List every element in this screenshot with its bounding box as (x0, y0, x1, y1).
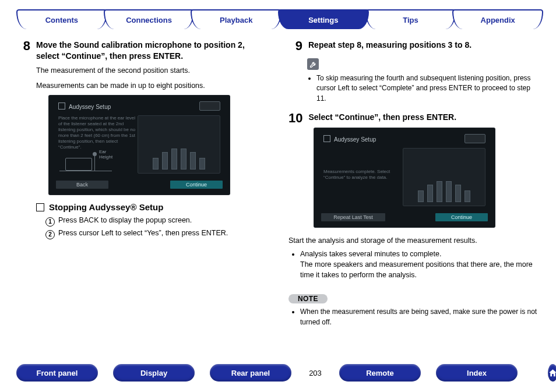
shot8-continue-button: Continue (170, 181, 223, 189)
step-9-tip-text: To skip measuring the fourth and subsequ… (316, 73, 540, 104)
wrench-icon (307, 58, 319, 70)
stopping-title: Stopping Audyssey® Setup (49, 203, 163, 211)
step-8-body-2: Measurements can be made in up to eight … (36, 80, 268, 91)
analysis-lead: Start the analysis and storage of the me… (288, 235, 540, 246)
shot10-brand-logo (464, 134, 485, 143)
shot10-instructions: Measurements complete. Select “Continue”… (323, 169, 402, 181)
step-9-tip-list: To skip measuring the fourth and subsequ… (307, 73, 540, 104)
top-tabs: Contents Connections Playback Settings T… (16, 9, 540, 29)
shot10-title: Audyssey Setup (323, 135, 376, 143)
step-8-heading: Move the Sound calibration microphone to… (36, 40, 268, 62)
note-bullet: When the measurement results are being s… (300, 307, 540, 327)
tab-contents[interactable]: Contents (16, 9, 107, 29)
shot10-right-panel (403, 148, 485, 206)
page-number: 203 (307, 369, 324, 377)
note-list: When the measurement results are being s… (291, 307, 540, 327)
nav-display[interactable]: Display (113, 364, 195, 382)
enum-2-badge: 2 (45, 230, 55, 239)
shot8-right-panel (138, 115, 220, 174)
stopping-item-1: 1Press BACK to display the popup screen. (45, 215, 268, 227)
analysis-list: Analysis takes several minutes to comple… (291, 249, 540, 280)
shot8-brand-logo (199, 101, 220, 111)
tab-connections[interactable]: Connections (104, 9, 195, 29)
home-icon[interactable] (548, 364, 556, 382)
checkbox-icon (36, 203, 44, 211)
shot10-repeat-button: Repeat Last Test (321, 213, 385, 221)
nav-index[interactable]: Index (436, 364, 518, 382)
analysis-bullet-line1: Analysis takes several minutes to comple… (300, 250, 441, 258)
nav-front-panel[interactable]: Front panel (16, 364, 98, 382)
nav-rear-panel[interactable]: Rear panel (210, 364, 291, 382)
left-column: 8 Move the Sound calibration microphone … (16, 40, 268, 336)
step-10-heading: Select “Continue”, then press ENTER. (308, 112, 456, 125)
step-9-number: 9 (288, 40, 302, 52)
analysis-bullet: Analysis takes several minutes to comple… (300, 249, 540, 280)
stopping-item-2: 2Press cursor Left to select “Yes”, then… (45, 228, 268, 239)
tab-settings[interactable]: Settings (278, 9, 369, 29)
enum-1-badge: 1 (45, 217, 55, 227)
shot8-title: Audyssey Setup (58, 103, 111, 111)
step-8-number: 8 (16, 40, 30, 62)
shot8-ear-label: Ear Height (99, 149, 112, 160)
shot8-back-button: Back (56, 181, 108, 189)
enum-2-text: Press cursor Left to select “Yes”, then … (58, 229, 228, 237)
bottom-nav: Front panel Display Rear panel 203 Remot… (16, 364, 540, 382)
shot10-continue-button: Continue (435, 213, 488, 221)
tab-playback[interactable]: Playback (191, 9, 281, 29)
step-10-number: 10 (288, 112, 302, 125)
enum-1-text: Press BACK to display the popup screen. (58, 216, 192, 224)
shot8-diagram: Ear Height (59, 149, 112, 171)
note-pill: NOTE (288, 294, 328, 303)
shot8-instructions: Place the microphone at the ear level of… (58, 115, 136, 150)
nav-remote[interactable]: Remote (339, 364, 421, 382)
step-8-body-1: The measurement of the second position s… (36, 65, 268, 76)
tab-appendix[interactable]: Appendix (452, 9, 543, 29)
analysis-bullet-line2: The more speakers and measurement positi… (300, 260, 533, 279)
step-9-heading: Repeat step 8, measuring positions 3 to … (308, 40, 471, 52)
screenshot-step-10: Audyssey Setup Measurements complete. Se… (314, 128, 495, 227)
stopping-subheader: Stopping Audyssey® Setup (36, 203, 268, 211)
tab-tips[interactable]: Tips (365, 9, 456, 29)
right-column: 9 Repeat step 8, measuring positions 3 t… (288, 40, 540, 336)
screenshot-step-8: Audyssey Setup Place the microphone at t… (49, 96, 230, 195)
